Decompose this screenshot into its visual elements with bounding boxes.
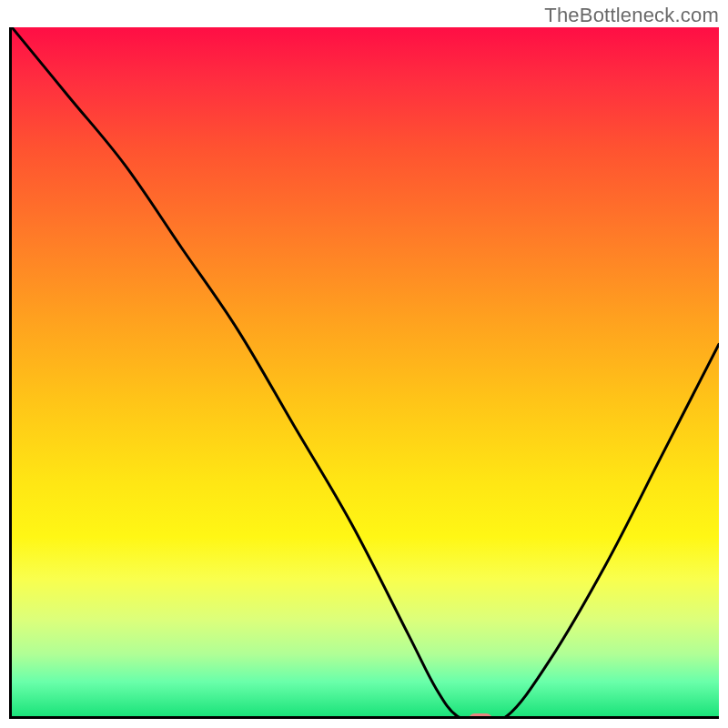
watermark-text: TheBottleneck.com: [544, 4, 719, 27]
plot-area: [9, 27, 719, 719]
bottleneck-curve: [12, 27, 719, 716]
optimal-point-marker: [469, 713, 492, 720]
chart-container: TheBottleneck.com: [0, 0, 728, 728]
